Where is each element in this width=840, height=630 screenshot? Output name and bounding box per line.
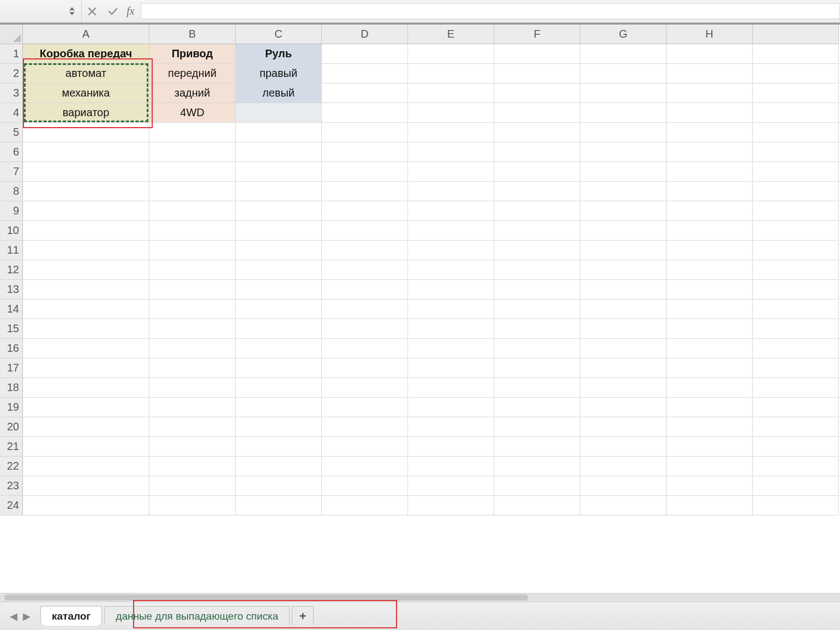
cell-B1[interactable]: Привод: [149, 44, 236, 64]
cell-G4[interactable]: [580, 103, 667, 123]
chevron-down-icon[interactable]: [69, 11, 75, 16]
cell-A8[interactable]: [23, 182, 149, 201]
cell-A1[interactable]: Коробка передач: [23, 44, 149, 64]
cell-D3[interactable]: [322, 83, 408, 103]
cell-G23[interactable]: [580, 476, 667, 496]
cell-16[interactable]: [753, 339, 839, 358]
cell-F23[interactable]: [494, 476, 580, 496]
cell-D18[interactable]: [322, 378, 408, 398]
cell-E12[interactable]: [408, 260, 494, 280]
cell-C21[interactable]: [236, 437, 322, 457]
cell-22[interactable]: [753, 457, 839, 476]
cell-H19[interactable]: [667, 398, 753, 417]
cell-F6[interactable]: [494, 142, 580, 162]
row-header-7[interactable]: 7: [0, 162, 23, 182]
cell-D1[interactable]: [322, 44, 408, 64]
cell-E19[interactable]: [408, 398, 494, 417]
cell-E23[interactable]: [408, 476, 494, 496]
row-header-23[interactable]: 23: [0, 476, 23, 496]
cell-G7[interactable]: [580, 162, 667, 182]
row-header-8[interactable]: 8: [0, 182, 23, 201]
cell-B11[interactable]: [149, 241, 236, 260]
cell-F24[interactable]: [494, 496, 580, 515]
cell-5[interactable]: [753, 123, 839, 142]
cell-E2[interactable]: [408, 64, 494, 83]
cell-G2[interactable]: [580, 64, 667, 83]
cell-A21[interactable]: [23, 437, 149, 457]
cell-F5[interactable]: [494, 123, 580, 142]
cell-8[interactable]: [753, 182, 839, 201]
cell-C8[interactable]: [236, 182, 322, 201]
cell-H3[interactable]: [667, 83, 753, 103]
cell-G15[interactable]: [580, 319, 667, 339]
sheet-nav-prev-icon[interactable]: ◀: [10, 610, 17, 622]
cell-E22[interactable]: [408, 457, 494, 476]
cell-B19[interactable]: [149, 398, 236, 417]
cell-H20[interactable]: [667, 417, 753, 437]
cell-B13[interactable]: [149, 280, 236, 299]
cell-E11[interactable]: [408, 241, 494, 260]
cell-F1[interactable]: [494, 44, 580, 64]
row-header-11[interactable]: 11: [0, 241, 23, 260]
cell-11[interactable]: [753, 241, 839, 260]
cell-E13[interactable]: [408, 280, 494, 299]
cell-G10[interactable]: [580, 221, 667, 241]
cell-D20[interactable]: [322, 417, 408, 437]
cell-D11[interactable]: [322, 241, 408, 260]
cell-D16[interactable]: [322, 339, 408, 358]
cell-F18[interactable]: [494, 378, 580, 398]
cell-C6[interactable]: [236, 142, 322, 162]
cell-A6[interactable]: [23, 142, 149, 162]
cell-A16[interactable]: [23, 339, 149, 358]
cell-H24[interactable]: [667, 496, 753, 515]
cell-A15[interactable]: [23, 319, 149, 339]
cell-G14[interactable]: [580, 299, 667, 319]
cell-B15[interactable]: [149, 319, 236, 339]
cell-E4[interactable]: [408, 103, 494, 123]
cell-H18[interactable]: [667, 378, 753, 398]
cell-A12[interactable]: [23, 260, 149, 280]
cell-D4[interactable]: [322, 103, 408, 123]
cell-E14[interactable]: [408, 299, 494, 319]
cell-C15[interactable]: [236, 319, 322, 339]
cell-A14[interactable]: [23, 299, 149, 319]
cell-H16[interactable]: [667, 339, 753, 358]
cell-24[interactable]: [753, 496, 839, 515]
cell-A9[interactable]: [23, 201, 149, 221]
cell-E21[interactable]: [408, 437, 494, 457]
cell-C18[interactable]: [236, 378, 322, 398]
cell-H6[interactable]: [667, 142, 753, 162]
cell-F22[interactable]: [494, 457, 580, 476]
add-sheet-button[interactable]: +: [292, 606, 314, 626]
row-header-17[interactable]: 17: [0, 358, 23, 378]
row-header-4[interactable]: 4: [0, 103, 23, 123]
cell-C20[interactable]: [236, 417, 322, 437]
row-header-1[interactable]: 1: [0, 44, 23, 64]
cell-C17[interactable]: [236, 358, 322, 378]
cell-H4[interactable]: [667, 103, 753, 123]
cell-H22[interactable]: [667, 457, 753, 476]
cell-G1[interactable]: [580, 44, 667, 64]
column-header-G[interactable]: G: [580, 25, 667, 44]
cell-G16[interactable]: [580, 339, 667, 358]
cell-D17[interactable]: [322, 358, 408, 378]
cell-H10[interactable]: [667, 221, 753, 241]
cell-A11[interactable]: [23, 241, 149, 260]
cell-B14[interactable]: [149, 299, 236, 319]
cell-G20[interactable]: [580, 417, 667, 437]
cell-10[interactable]: [753, 221, 839, 241]
cell-F19[interactable]: [494, 398, 580, 417]
cell-G5[interactable]: [580, 123, 667, 142]
cell-E20[interactable]: [408, 417, 494, 437]
cell-6[interactable]: [753, 142, 839, 162]
cell-F20[interactable]: [494, 417, 580, 437]
row-header-21[interactable]: 21: [0, 437, 23, 457]
cell-C3[interactable]: левый: [236, 83, 322, 103]
cell-D15[interactable]: [322, 319, 408, 339]
cell-C14[interactable]: [236, 299, 322, 319]
cell-F9[interactable]: [494, 201, 580, 221]
cell-H13[interactable]: [667, 280, 753, 299]
row-header-22[interactable]: 22: [0, 457, 23, 476]
column-header-B[interactable]: B: [149, 25, 236, 44]
cell-G6[interactable]: [580, 142, 667, 162]
